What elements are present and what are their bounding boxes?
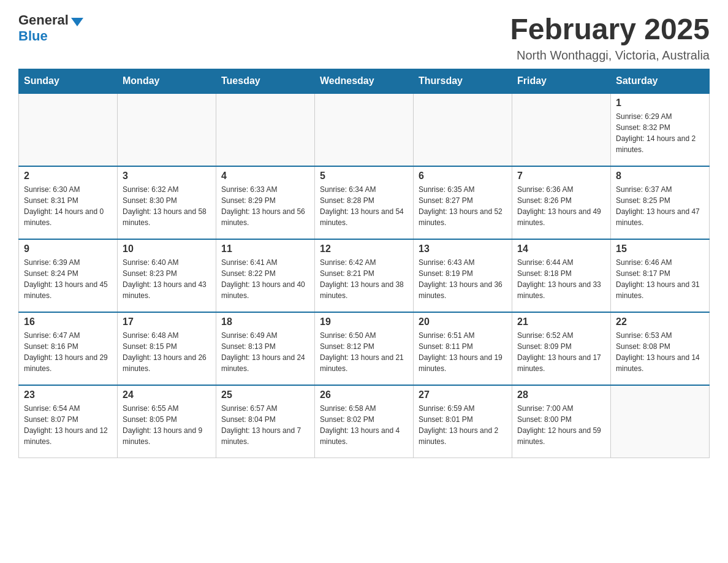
cell-content: 26Sunrise: 6:58 AMSunset: 8:02 PMDayligh… <box>320 389 408 454</box>
cell-content: 8Sunrise: 6:37 AMSunset: 8:25 PMDaylight… <box>616 170 704 235</box>
header-monday: Monday <box>118 69 216 94</box>
day-info: Sunrise: 6:52 AMSunset: 8:09 PMDaylight:… <box>517 330 605 374</box>
calendar-cell: 20Sunrise: 6:51 AMSunset: 8:11 PMDayligh… <box>414 312 512 385</box>
calendar-cell <box>118 93 216 166</box>
day-number: 5 <box>320 170 408 182</box>
day-info: Sunrise: 6:36 AMSunset: 8:26 PMDaylight:… <box>517 184 605 228</box>
calendar-cell <box>216 93 315 166</box>
cell-content: 24Sunrise: 6:55 AMSunset: 8:05 PMDayligh… <box>123 389 211 454</box>
calendar-cell: 18Sunrise: 6:49 AMSunset: 8:13 PMDayligh… <box>216 312 315 385</box>
calendar-cell: 10Sunrise: 6:40 AMSunset: 8:23 PMDayligh… <box>118 239 216 312</box>
cell-content: 21Sunrise: 6:52 AMSunset: 8:09 PMDayligh… <box>517 316 605 381</box>
day-info: Sunrise: 6:46 AMSunset: 8:17 PMDaylight:… <box>616 257 704 301</box>
day-number: 6 <box>419 170 507 182</box>
day-number: 21 <box>517 316 605 327</box>
cell-content: 3Sunrise: 6:32 AMSunset: 8:30 PMDaylight… <box>123 170 211 235</box>
calendar-cell <box>19 93 118 166</box>
day-number: 19 <box>320 316 408 327</box>
calendar-cell: 11Sunrise: 6:41 AMSunset: 8:22 PMDayligh… <box>216 239 315 312</box>
header-wednesday: Wednesday <box>315 69 414 94</box>
cell-content: 6Sunrise: 6:35 AMSunset: 8:27 PMDaylight… <box>419 170 507 235</box>
day-info: Sunrise: 6:49 AMSunset: 8:13 PMDaylight:… <box>221 330 309 374</box>
day-number: 13 <box>419 243 507 255</box>
header-thursday: Thursday <box>414 69 512 94</box>
cell-content: 2Sunrise: 6:30 AMSunset: 8:31 PMDaylight… <box>24 170 112 235</box>
calendar-cell: 17Sunrise: 6:48 AMSunset: 8:15 PMDayligh… <box>118 312 216 385</box>
title-section: February 2025 North Wonthaggi, Victoria,… <box>510 12 710 63</box>
day-info: Sunrise: 6:57 AMSunset: 8:04 PMDaylight:… <box>221 403 309 447</box>
day-info: Sunrise: 6:37 AMSunset: 8:25 PMDaylight:… <box>616 184 704 228</box>
header-sunday: Sunday <box>19 69 118 94</box>
day-info: Sunrise: 6:59 AMSunset: 8:01 PMDaylight:… <box>419 403 507 447</box>
calendar-cell: 23Sunrise: 6:54 AMSunset: 8:07 PMDayligh… <box>19 385 118 458</box>
calendar-cell: 25Sunrise: 6:57 AMSunset: 8:04 PMDayligh… <box>216 385 315 458</box>
cell-content: 13Sunrise: 6:43 AMSunset: 8:19 PMDayligh… <box>419 243 507 308</box>
calendar-cell: 14Sunrise: 6:44 AMSunset: 8:18 PMDayligh… <box>512 239 611 312</box>
calendar-cell: 8Sunrise: 6:37 AMSunset: 8:25 PMDaylight… <box>611 166 710 239</box>
day-info: Sunrise: 6:30 AMSunset: 8:31 PMDaylight:… <box>24 184 112 228</box>
day-number: 26 <box>320 389 408 400</box>
calendar-cell: 5Sunrise: 6:34 AMSunset: 8:28 PMDaylight… <box>315 166 414 239</box>
day-number: 11 <box>221 243 309 255</box>
day-number: 23 <box>24 389 112 400</box>
calendar-cell: 24Sunrise: 6:55 AMSunset: 8:05 PMDayligh… <box>118 385 216 458</box>
day-number: 8 <box>616 170 704 182</box>
calendar-cell: 2Sunrise: 6:30 AMSunset: 8:31 PMDaylight… <box>19 166 118 239</box>
week-row-1: 1Sunrise: 6:29 AMSunset: 8:32 PMDaylight… <box>19 93 710 166</box>
header-tuesday: Tuesday <box>216 69 315 94</box>
cell-content: 27Sunrise: 6:59 AMSunset: 8:01 PMDayligh… <box>419 389 507 454</box>
day-number: 22 <box>616 316 704 327</box>
day-info: Sunrise: 6:50 AMSunset: 8:12 PMDaylight:… <box>320 330 408 374</box>
day-number: 2 <box>24 170 112 182</box>
day-info: Sunrise: 6:55 AMSunset: 8:05 PMDaylight:… <box>123 403 211 447</box>
calendar-header-row: SundayMondayTuesdayWednesdayThursdayFrid… <box>19 69 710 94</box>
day-number: 7 <box>517 170 605 182</box>
calendar-cell: 16Sunrise: 6:47 AMSunset: 8:16 PMDayligh… <box>19 312 118 385</box>
day-info: Sunrise: 6:35 AMSunset: 8:27 PMDaylight:… <box>419 184 507 228</box>
cell-content: 25Sunrise: 6:57 AMSunset: 8:04 PMDayligh… <box>221 389 309 454</box>
calendar-cell: 22Sunrise: 6:53 AMSunset: 8:08 PMDayligh… <box>611 312 710 385</box>
week-row-3: 9Sunrise: 6:39 AMSunset: 8:24 PMDaylight… <box>19 239 710 312</box>
calendar-cell: 26Sunrise: 6:58 AMSunset: 8:02 PMDayligh… <box>315 385 414 458</box>
week-row-5: 23Sunrise: 6:54 AMSunset: 8:07 PMDayligh… <box>19 385 710 458</box>
day-info: Sunrise: 6:41 AMSunset: 8:22 PMDaylight:… <box>221 257 309 301</box>
cell-content: 7Sunrise: 6:36 AMSunset: 8:26 PMDaylight… <box>517 170 605 235</box>
calendar-cell <box>414 93 512 166</box>
cell-content: 1Sunrise: 6:29 AMSunset: 8:32 PMDaylight… <box>616 98 704 162</box>
day-info: Sunrise: 6:39 AMSunset: 8:24 PMDaylight:… <box>24 257 112 301</box>
logo-general: General <box>18 12 69 28</box>
day-number: 25 <box>221 389 309 400</box>
calendar-cell: 9Sunrise: 6:39 AMSunset: 8:24 PMDaylight… <box>19 239 118 312</box>
day-info: Sunrise: 6:33 AMSunset: 8:29 PMDaylight:… <box>221 184 309 228</box>
calendar-cell: 13Sunrise: 6:43 AMSunset: 8:19 PMDayligh… <box>414 239 512 312</box>
cell-content: 28Sunrise: 7:00 AMSunset: 8:00 PMDayligh… <box>517 389 605 454</box>
week-row-2: 2Sunrise: 6:30 AMSunset: 8:31 PMDaylight… <box>19 166 710 239</box>
day-number: 16 <box>24 316 112 327</box>
calendar-table: SundayMondayTuesdayWednesdayThursdayFrid… <box>18 69 710 458</box>
day-number: 24 <box>123 389 211 400</box>
calendar-cell: 27Sunrise: 6:59 AMSunset: 8:01 PMDayligh… <box>414 385 512 458</box>
calendar-cell <box>315 93 414 166</box>
calendar-cell: 12Sunrise: 6:42 AMSunset: 8:21 PMDayligh… <box>315 239 414 312</box>
calendar-cell: 7Sunrise: 6:36 AMSunset: 8:26 PMDaylight… <box>512 166 611 239</box>
calendar-cell: 6Sunrise: 6:35 AMSunset: 8:27 PMDaylight… <box>414 166 512 239</box>
day-number: 18 <box>221 316 309 327</box>
calendar-cell <box>611 385 710 458</box>
cell-content: 18Sunrise: 6:49 AMSunset: 8:13 PMDayligh… <box>221 316 309 381</box>
cell-content: 12Sunrise: 6:42 AMSunset: 8:21 PMDayligh… <box>320 243 408 308</box>
day-info: Sunrise: 6:34 AMSunset: 8:28 PMDaylight:… <box>320 184 408 228</box>
day-info: Sunrise: 6:51 AMSunset: 8:11 PMDaylight:… <box>419 330 507 374</box>
cell-content: 11Sunrise: 6:41 AMSunset: 8:22 PMDayligh… <box>221 243 309 308</box>
logo: General Blue <box>18 12 83 44</box>
week-row-4: 16Sunrise: 6:47 AMSunset: 8:16 PMDayligh… <box>19 312 710 385</box>
calendar-cell: 3Sunrise: 6:32 AMSunset: 8:30 PMDaylight… <box>118 166 216 239</box>
day-number: 10 <box>123 243 211 255</box>
day-info: Sunrise: 6:43 AMSunset: 8:19 PMDaylight:… <box>419 257 507 301</box>
day-info: Sunrise: 6:48 AMSunset: 8:15 PMDaylight:… <box>123 330 211 374</box>
cell-content: 19Sunrise: 6:50 AMSunset: 8:12 PMDayligh… <box>320 316 408 381</box>
cell-content: 14Sunrise: 6:44 AMSunset: 8:18 PMDayligh… <box>517 243 605 308</box>
day-info: Sunrise: 6:58 AMSunset: 8:02 PMDaylight:… <box>320 403 408 447</box>
location-subtitle: North Wonthaggi, Victoria, Australia <box>510 48 710 63</box>
cell-content: 20Sunrise: 6:51 AMSunset: 8:11 PMDayligh… <box>419 316 507 381</box>
calendar-cell <box>512 93 611 166</box>
